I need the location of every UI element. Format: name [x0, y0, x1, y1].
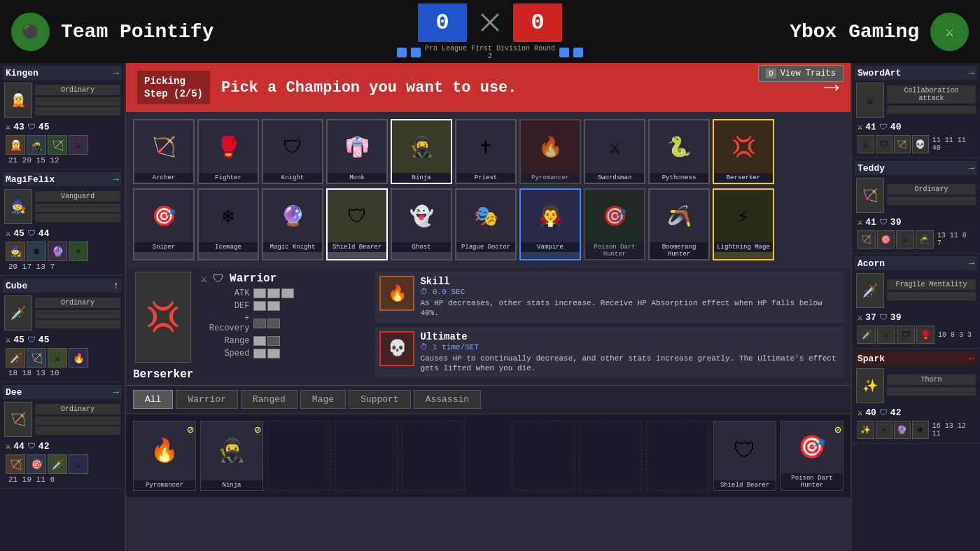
arrow-spark: ←: [969, 353, 974, 364]
filter-tabs: All Warrior Ranged Mage Support Assassin: [126, 385, 850, 413]
filter-mage[interactable]: Mage: [300, 390, 346, 409]
filter-support[interactable]: Support: [349, 390, 411, 409]
skill-name: Skill: [420, 276, 839, 287]
atk-dee: 44: [13, 441, 24, 452]
fighter-name: Fighter: [199, 173, 258, 183]
player-role-kingen: Ordinary: [35, 85, 120, 95]
pyromancer-pick-ban: ⊘: [187, 423, 194, 437]
shield-bearer-name: Shield Bearer: [328, 242, 386, 252]
left-sidebar: Kingen → 🧝 Ordinary ⚔ 43 🛡 45 🧝 🥷: [0, 63, 126, 551]
champion-sniper[interactable]: 🎯 Sniper: [133, 188, 195, 260]
player-entry-kingen: Kingen → 🧝 Ordinary ⚔ 43 🛡 45 🧝 🥷: [0, 63, 125, 169]
pick-slot-poison-dart: ⊘ 🎯 Poison Dart Hunter: [780, 421, 844, 491]
picking-step-box: Picking Step (2/5): [137, 71, 210, 104]
vampire-name: Vampire: [521, 242, 580, 252]
champion-pythoness[interactable]: 🐍 Pythoness: [648, 119, 710, 184]
team-logo-right: ⚔: [930, 13, 969, 51]
pick-slot-empty-4: [512, 421, 575, 491]
shield-icon-sa: 🛡: [879, 122, 888, 132]
mc-sp1: ✨: [858, 421, 874, 439]
player-header-dee: Dee →: [3, 385, 122, 399]
mc-sp4: ❄: [912, 421, 929, 439]
speed-label: Speed: [200, 349, 249, 358]
pyromancer-name: Pyromancer: [521, 173, 580, 183]
team-logo-left: ⚫: [11, 13, 50, 51]
champion-vampire[interactable]: 1 🧛 Vampire: [519, 188, 581, 260]
team-right-name: Ybox Gaming: [790, 21, 919, 43]
champion-knight[interactable]: 🛡 Knight: [262, 119, 323, 184]
skill-row: 🔥 Skill ⏱ 0.0 SEC As HP decreases, other…: [375, 272, 844, 323]
champion-info-panel: 💢 Berserker ⚔ 🛡 Warrior ATK: [126, 267, 850, 385]
mini-char-d4: ⚔: [69, 454, 88, 474]
champion-magic-knight[interactable]: 🔮 Magic Knight: [262, 188, 323, 260]
champion-boomerang[interactable]: 🪃 Boomerang Hunter: [648, 188, 710, 260]
view-traits-button[interactable]: D View Traits: [758, 65, 844, 82]
sword-icon-acorn: ⚔: [858, 312, 862, 323]
mini-char-d3: 🗡️: [48, 454, 67, 474]
mini-char-mf4: ⚡: [69, 242, 88, 261]
shield-bearer-pick-name: Shield Bearer: [714, 480, 776, 490]
sniper-sprite: 🎯: [134, 190, 193, 242]
main-layout: Kingen → 🧝 Ordinary ⚔ 43 🛡 45 🧝 🥷: [0, 63, 980, 551]
shield-icon-spark: 🛡: [879, 407, 888, 418]
champion-ghost[interactable]: 👻 Ghost: [391, 188, 452, 260]
mini-char-c2: 🏹: [27, 348, 46, 368]
vs-icon: [472, 5, 507, 40]
swordsman-name: Swordsman: [585, 173, 644, 183]
pyromancer-pick-sprite: 🔥: [134, 421, 195, 480]
def-label: DEF: [200, 301, 249, 311]
mini-char-d2: 🎯: [27, 454, 46, 474]
arrow-teddy: →: [969, 162, 974, 174]
champion-monk[interactable]: 👘 Monk: [326, 119, 388, 184]
mini-char-d1: 🏹: [6, 454, 25, 474]
champion-pyromancer[interactable]: × 🔥 Pyromancer: [519, 119, 581, 184]
champion-shield-bearer[interactable]: × 🛡 Shield Bearer: [326, 188, 388, 260]
shield-bearer-pick-sprite: 🛡: [714, 421, 776, 480]
filter-all[interactable]: All: [133, 390, 173, 409]
champion-archer[interactable]: 🏹 Archer: [133, 119, 195, 184]
champion-ninja[interactable]: × 🥷 Ninja: [391, 119, 452, 184]
player-header-spark: Spark ←: [855, 351, 977, 365]
mini-char-mf3: 🔮: [48, 242, 67, 261]
filter-warrior[interactable]: Warrior: [176, 390, 238, 409]
dot-right-2: [573, 48, 583, 57]
shield-icon-kingen: 🛡: [27, 122, 36, 132]
player-entry-magifelix: MagiFelix → 🧙 Vanguard ⚔ 45 🛡 44 🧙 ❄: [0, 169, 125, 276]
champion-row-2: 🎯 Sniper ❄ Icemage 🔮 Magic Knight × 🛡 Sh…: [133, 188, 844, 260]
dot-left-2: [411, 48, 421, 57]
magic-knight-sprite: 🔮: [263, 190, 322, 242]
champion-fighter[interactable]: 🥊 Fighter: [197, 119, 259, 184]
ultimate-info: Ultimate ⏱ 1 time/SET Causes HP to conti…: [420, 331, 839, 374]
pick-slot-empty-5: [579, 421, 642, 491]
champion-priest[interactable]: ✝ Priest: [455, 119, 517, 184]
champion-lightning-mage[interactable]: 1 ⚡ Lightning Mage: [713, 188, 774, 260]
player-sprite-swordart: ⚔️: [856, 83, 884, 118]
mc-t4: 🥷: [916, 230, 934, 249]
arrow-swordart: →: [969, 67, 974, 78]
skill-timing: ⏱ 0.0 SEC: [420, 287, 839, 296]
def-sa: 40: [890, 122, 902, 132]
player-role-dee: Ordinary: [35, 404, 120, 414]
ninja-pick-name: Ninja: [201, 480, 262, 490]
mc-t1: 🏹: [858, 230, 876, 249]
filter-assassin[interactable]: Assassin: [414, 390, 481, 409]
champion-icemage[interactable]: ❄ Icemage: [197, 188, 259, 260]
filter-ranged[interactable]: Ranged: [241, 390, 298, 409]
champion-poison-dart[interactable]: × 🎯 Poison Dart Hunter: [584, 188, 645, 260]
player-header-kingen: Kingen →: [3, 66, 122, 80]
arrow-magifelix: →: [113, 174, 119, 185]
pythoness-name: Pythoness: [650, 173, 708, 183]
atk-bar: [253, 288, 294, 298]
score-right: 0: [513, 4, 562, 42]
pick-slot-empty-6: [646, 421, 709, 491]
pick-slot-shield-bearer: 🛡 Shield Bearer: [713, 421, 776, 491]
champion-plague-doctor[interactable]: 🎭 Plague Doctor: [455, 188, 517, 260]
team-right: Ybox Gaming ⚔: [583, 13, 980, 51]
player-header-cube: Cube ↑: [3, 279, 122, 293]
champion-berserker[interactable]: 💢 Berserker: [713, 119, 774, 184]
player-name-kingen: Kingen: [6, 68, 38, 78]
picking-header: Picking Step (2/5) Pick a Champion you w…: [126, 63, 850, 112]
sword-icon-dee: ⚔: [6, 441, 10, 452]
def-mf: 44: [38, 228, 50, 239]
champion-swordsman[interactable]: ⚔ Swordsman: [584, 119, 645, 184]
